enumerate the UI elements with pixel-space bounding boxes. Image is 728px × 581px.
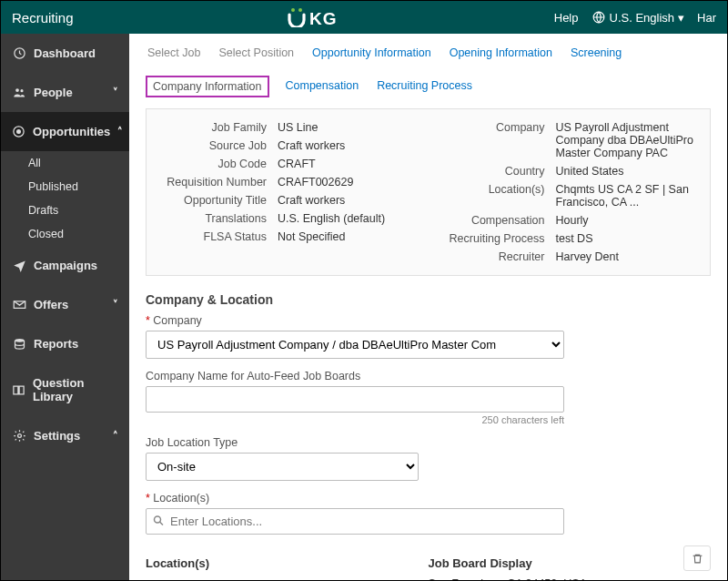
- chevron-icon: ˄: [113, 430, 118, 442]
- tab-screening[interactable]: Screening: [569, 43, 623, 63]
- locations-label: Location(s): [146, 492, 564, 505]
- summary-row: Job FamilyUS Line: [159, 118, 420, 137]
- summary-row: Requisition NumberCRAFT002629: [159, 173, 420, 191]
- summary-row: Recruiting Processtest DS: [438, 229, 698, 248]
- sidebar-item-campaigns[interactable]: Campaigns: [1, 246, 129, 285]
- delete-location-button[interactable]: [683, 545, 711, 571]
- svg-point-11: [155, 516, 161, 523]
- tab-select-job: Select Job: [146, 43, 202, 63]
- col-head-display: Job Board Display: [429, 556, 684, 570]
- svg-point-5: [15, 88, 19, 92]
- svg-line-12: [160, 522, 164, 525]
- autofeed-label: Company Name for Auto-Feed Job Boards: [146, 370, 564, 382]
- nav-icon: [12, 125, 25, 138]
- svg-text:KG: KG: [309, 9, 338, 27]
- sidebar-item-offers[interactable]: Offers˅: [1, 285, 129, 324]
- summary-row: Opportunity TitleCraft workers: [159, 191, 420, 209]
- main-content: Select JobSelect PositionOpportunity Inf…: [129, 34, 727, 580]
- col-head-location: Location(s): [146, 556, 401, 570]
- sidebar-sub-all[interactable]: All: [1, 151, 129, 175]
- autofeed-hint: 250 characters left: [146, 414, 564, 425]
- summary-row: CountryUnited States: [438, 162, 698, 180]
- tab-compensation[interactable]: Compensation: [284, 76, 361, 97]
- summary-row: TranslationsU.S. English (default): [159, 209, 420, 228]
- sidebar-item-reports[interactable]: Reports: [1, 324, 129, 363]
- company-select[interactable]: US Payroll Adjustment Company / dba DBAe…: [146, 331, 564, 359]
- brand-logo: KG: [288, 7, 340, 27]
- job-board-display: San Francisco, CA 94450, USA: [429, 577, 684, 580]
- tab-recruiting-process[interactable]: Recruiting Process: [375, 76, 474, 97]
- tab-opening-information[interactable]: Opening Information: [448, 43, 554, 63]
- svg-point-0: [291, 8, 295, 12]
- nav-icon: [12, 429, 26, 443]
- nav-icon: [12, 383, 25, 397]
- top-bar: Recruiting KG Help U.S. English ▾ Har: [1, 1, 727, 34]
- app-title: Recruiting: [12, 10, 74, 25]
- autofeed-input[interactable]: [146, 386, 564, 413]
- chevron-icon: ˄: [117, 126, 123, 138]
- trash-icon: [692, 553, 703, 565]
- loc-type-select[interactable]: On-site: [146, 453, 419, 481]
- sidebar-sub-closed[interactable]: Closed: [1, 222, 129, 246]
- sidebar-item-settings[interactable]: Settings˄: [1, 416, 129, 455]
- tab-opportunity-information[interactable]: Opportunity Information: [310, 43, 433, 63]
- summary-row: Job CodeCRAFT: [159, 155, 420, 173]
- svg-point-8: [17, 130, 21, 134]
- help-link[interactable]: Help: [554, 11, 579, 25]
- location-address: Chqmts US CA 2 SF44 Embarcadero BlvdSuit…: [146, 577, 401, 580]
- nav-icon: [12, 337, 26, 351]
- summary-row: Source JobCraft workers: [159, 137, 420, 155]
- opportunity-summary: Job FamilyUS LineSource JobCraft workers…: [146, 108, 711, 276]
- globe-icon: [592, 11, 606, 24]
- chevron-icon: ˅: [113, 87, 118, 98]
- user-name[interactable]: Har: [697, 11, 716, 25]
- locale-switcher[interactable]: U.S. English ▾: [592, 11, 685, 25]
- summary-row: FLSA StatusNot Specified: [159, 228, 420, 246]
- sidebar-sub-drafts[interactable]: Drafts: [1, 199, 129, 222]
- sidebar: DashboardPeople˅Opportunities˄AllPublish…: [1, 34, 129, 580]
- summary-row: CompanyUS Payroll Adjustment Company dba…: [438, 118, 698, 162]
- svg-point-6: [20, 89, 23, 92]
- nav-icon: [12, 46, 26, 60]
- company-label: Company: [146, 314, 564, 327]
- tab-company-information[interactable]: Company Information: [146, 76, 269, 97]
- section-heading: Company & Location: [146, 292, 711, 307]
- nav-icon: [12, 86, 26, 99]
- nav-icon: [12, 298, 26, 311]
- sidebar-sub-published[interactable]: Published: [1, 175, 129, 199]
- sidebar-item-opportunities[interactable]: Opportunities˄: [1, 112, 129, 151]
- nav-icon: [12, 259, 26, 272]
- svg-point-1: [298, 8, 302, 12]
- summary-row: Location(s)Chqmts US CA 2 SF | San Franc…: [438, 180, 698, 211]
- tab-strip: Select JobSelect PositionOpportunity Inf…: [146, 43, 711, 97]
- sidebar-item-dashboard[interactable]: Dashboard: [1, 34, 129, 73]
- loc-type-label: Job Location Type: [146, 436, 419, 449]
- tab-select-position: Select Position: [217, 43, 296, 63]
- summary-row: RecruiterHarvey Dent: [438, 248, 698, 266]
- chevron-icon: ˅: [113, 299, 118, 311]
- sidebar-item-people[interactable]: People˅: [1, 73, 129, 112]
- locations-input[interactable]: [146, 508, 564, 535]
- search-icon: [153, 515, 164, 528]
- chevron-down-icon: ▾: [678, 11, 684, 25]
- summary-row: CompensationHourly: [438, 211, 698, 229]
- sidebar-item-question-library[interactable]: Question Library: [1, 363, 129, 416]
- svg-point-9: [15, 339, 24, 342]
- svg-point-10: [17, 434, 21, 438]
